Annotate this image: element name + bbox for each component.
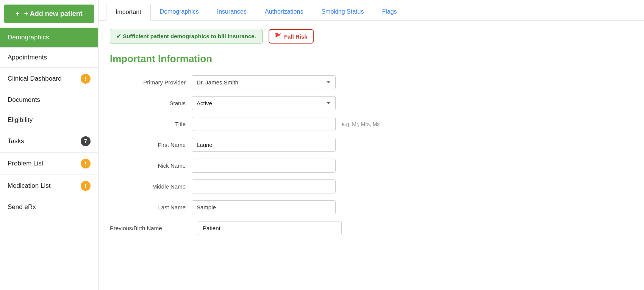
content-area: ✔ Sufficient patient demographics to bil… (98, 21, 644, 249)
primary-provider-label: Primary Provider (110, 79, 186, 86)
last-name-label: Last Name (110, 204, 186, 210)
sidebar-item-label: Documents (8, 96, 40, 104)
last-name-row: Last Name (110, 200, 432, 214)
sidebar-item-medication-list[interactable]: Medication List ! (0, 175, 98, 197)
sidebar: + + Add new patient Demographics Appoint… (0, 0, 98, 290)
sidebar-nav: Demographics Appointments Clinical Dashb… (0, 28, 98, 290)
fall-risk-label: Fall Risk (284, 33, 308, 40)
status-message: ✔ Sufficient patient demographics to bil… (116, 33, 256, 40)
sidebar-item-tasks[interactable]: Tasks 7 (0, 130, 98, 153)
tab-bar: Important Demographics Insurances Author… (98, 0, 644, 21)
sidebar-item-label: Medication List (8, 182, 50, 190)
add-patient-label: + Add new patient (24, 10, 83, 18)
first-name-row: First Name (110, 138, 432, 152)
title-label: Title (110, 121, 186, 127)
arrow-area: Previous/Birth Name (110, 221, 186, 235)
nick-name-row: Nick Name (110, 159, 432, 173)
flag-icon: 🚩 (275, 33, 282, 40)
status-label: Status (110, 100, 186, 106)
middle-name-input[interactable] (192, 179, 336, 193)
middle-name-label: Middle Name (110, 183, 186, 190)
sidebar-item-send-erx[interactable]: Send eRx (0, 197, 98, 217)
sidebar-item-label: Clinical Dashboard (8, 75, 62, 83)
tasks-badge: 7 (81, 136, 91, 146)
fall-risk-badge[interactable]: 🚩 Fall Risk (269, 29, 314, 44)
tab-important[interactable]: Important (106, 4, 151, 21)
add-patient-button[interactable]: + + Add new patient (4, 5, 94, 23)
sidebar-item-clinical-dashboard[interactable]: Clinical Dashboard ! (0, 68, 98, 90)
sidebar-item-label: Appointments (8, 54, 47, 61)
tab-authorizations[interactable]: Authorizations (256, 4, 312, 21)
primary-provider-row: Primary Provider Dr. James Smith (110, 75, 432, 89)
status-select[interactable]: Active (192, 96, 336, 110)
clinical-dashboard-badge: ! (81, 74, 91, 84)
primary-provider-select[interactable]: Dr. James Smith (192, 75, 336, 89)
tab-smoking-status[interactable]: Smoking Status (312, 4, 373, 21)
last-name-input[interactable] (192, 200, 336, 214)
previous-birth-name-row: Previous/Birth Name (110, 221, 432, 235)
title-row: Title e.g. Mr, Mrs, Ms (110, 117, 432, 131)
sidebar-item-label: Problem List (8, 160, 43, 167)
middle-name-row: Middle Name (110, 179, 432, 193)
section-title: Important Information (110, 53, 633, 65)
title-input[interactable] (192, 117, 336, 131)
previous-birth-name-label: Previous/Birth Name (110, 225, 186, 231)
sidebar-item-documents[interactable]: Documents (0, 90, 98, 110)
sidebar-item-eligibility[interactable]: Eligibility (0, 110, 98, 130)
medication-list-badge: ! (81, 181, 91, 191)
sidebar-item-label: Send eRx (8, 203, 36, 211)
status-bar: ✔ Sufficient patient demographics to bil… (110, 29, 633, 44)
plus-icon: + (16, 10, 20, 18)
tab-demographics[interactable]: Demographics (151, 4, 208, 21)
sidebar-item-demographics[interactable]: Demographics (0, 28, 98, 48)
title-hint: e.g. Mr, Mrs, Ms (342, 121, 380, 127)
sidebar-item-label: Tasks (8, 137, 24, 145)
tab-flags[interactable]: Flags (373, 4, 406, 21)
previous-birth-name-input[interactable] (198, 221, 342, 235)
sidebar-item-label: Demographics (8, 34, 49, 41)
sidebar-item-problem-list[interactable]: Problem List ! (0, 153, 98, 175)
main-content: Important Demographics Insurances Author… (98, 0, 644, 290)
tab-insurances[interactable]: Insurances (208, 4, 256, 21)
sidebar-item-label: Eligibility (8, 116, 33, 124)
nick-name-label: Nick Name (110, 162, 186, 169)
nick-name-input[interactable] (192, 159, 336, 173)
important-info-form: Primary Provider Dr. James Smith Status … (110, 75, 432, 235)
sidebar-item-appointments[interactable]: Appointments (0, 48, 98, 68)
first-name-label: First Name (110, 142, 186, 148)
first-name-input[interactable] (192, 138, 336, 152)
problem-list-badge: ! (81, 159, 91, 168)
demographics-status: ✔ Sufficient patient demographics to bil… (110, 29, 263, 44)
status-row: Status Active (110, 96, 432, 110)
